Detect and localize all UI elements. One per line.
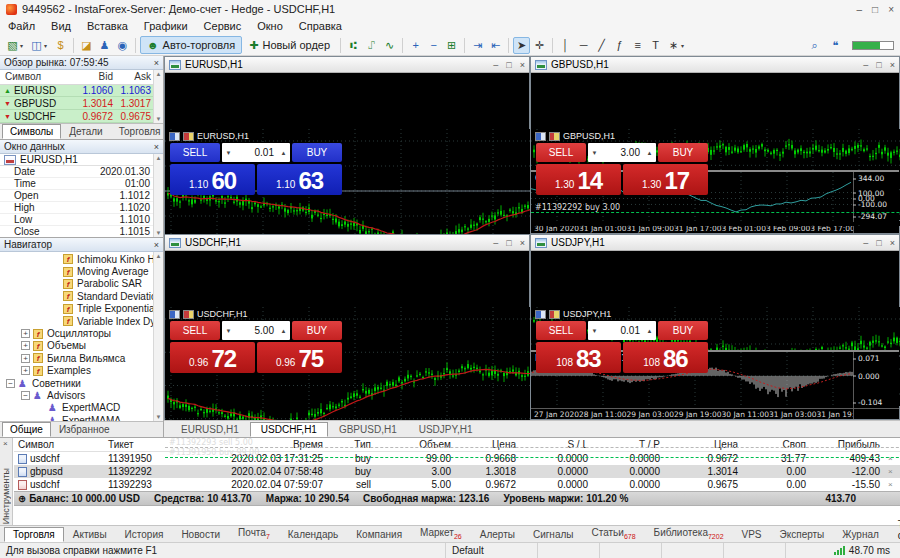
tree-expand-icon[interactable]: + — [21, 366, 30, 375]
zoom-in-icon[interactable]: + — [407, 37, 424, 54]
volume-input[interactable]: ▼5.00▲ — [222, 321, 290, 340]
tree-expand-icon[interactable]: + — [21, 329, 30, 338]
profiles-icon[interactable]: ◫ — [28, 37, 45, 54]
navigator-item[interactable]: +fБилла Вильямса — [0, 352, 163, 364]
tab-common[interactable]: Общие — [2, 422, 51, 437]
tree-expand-icon[interactable]: + — [21, 354, 30, 363]
new-chart-icon[interactable]: ▧ — [4, 37, 21, 54]
menu-insert[interactable]: Вставка — [79, 18, 136, 35]
navigator-item[interactable]: −♟Советники — [0, 377, 163, 389]
chat-icon[interactable]: ❝ — [827, 37, 844, 54]
sell-price[interactable]: 10883 — [536, 342, 621, 373]
volume-down-icon[interactable]: ▼ — [222, 328, 235, 334]
buy-price[interactable]: 0.9675 — [257, 342, 342, 373]
navigator-item[interactable]: −♟Advisors — [0, 389, 163, 401]
bottom-tab-vps[interactable]: VPS — [733, 527, 771, 542]
data-window-scrollbar[interactable]: ▲▼ — [153, 154, 163, 237]
menu-view[interactable]: Вид — [43, 18, 79, 35]
tab-details[interactable]: Детали — [61, 124, 110, 139]
fibonacci-icon[interactable]: ƒ — [611, 37, 628, 54]
bottom-tab-журнал[interactable]: Журнал — [833, 527, 888, 542]
volume-up-icon[interactable]: ▲ — [643, 328, 656, 334]
connection-status[interactable]: 48.70 ms — [834, 545, 900, 556]
menu-window[interactable]: Окно — [249, 18, 291, 35]
close-trade-icon[interactable]: × — [884, 454, 900, 463]
navigator-item[interactable]: fMoving Average — [0, 265, 163, 277]
chart-titlebar[interactable]: EURUSD,H1 – □ × — [165, 57, 529, 73]
chart-window-usdchf[interactable]: USDCHF,H1 – □ × USDCHF,H1 SELL ▼5.00▲ — [164, 234, 530, 420]
maximize-button[interactable]: □ — [872, 4, 878, 15]
chart-maximize-icon[interactable]: □ — [876, 58, 881, 72]
sell-price[interactable]: 1.1060 — [170, 164, 255, 195]
chart-minimize-icon[interactable]: – — [863, 58, 868, 72]
navigator-item[interactable]: ♟ExpertMAMA — [0, 414, 163, 421]
market-watch-row-gbpusd[interactable]: ▼GBPUSD 1.3014 1.3017 — [0, 97, 163, 110]
text-tool-icon[interactable]: T — [647, 37, 664, 54]
autotrade-button[interactable]: ☻ Авто-торговля — [140, 36, 242, 54]
navigator-item[interactable]: +fОбъемы — [0, 340, 163, 352]
autoscroll-icon[interactable]: ⇥ — [469, 37, 486, 54]
chart-maximize-icon[interactable]: □ — [506, 236, 511, 250]
market-watch-close-icon[interactable]: × — [154, 58, 159, 68]
navigator-icon[interactable]: ♟ — [96, 37, 113, 54]
terminal-icon[interactable]: ◉ — [114, 37, 131, 54]
terminal-close-icon[interactable]: × — [3, 439, 8, 448]
volume-down-icon[interactable]: ▼ — [588, 150, 601, 156]
volume-down-icon[interactable]: ▼ — [222, 150, 235, 156]
chart-close-icon[interactable]: × — [890, 236, 895, 250]
chart-maximize-icon[interactable]: □ — [876, 236, 881, 250]
data-window-icon[interactable]: ◪ — [78, 37, 95, 54]
navigator-item[interactable]: fIchimoku Kinko Hyo — [0, 253, 163, 265]
sell-button[interactable]: SELL — [170, 321, 220, 340]
volume-up-icon[interactable]: ▲ — [643, 150, 656, 156]
volume-input[interactable]: ▼0.01▲ — [588, 321, 656, 340]
chart-tab-eurusd-h1[interactable]: EURUSD,H1 — [170, 422, 250, 437]
tree-expand-icon[interactable]: + — [21, 341, 30, 350]
sell-button[interactable]: SELL — [536, 143, 586, 162]
volume-up-icon[interactable]: ▲ — [277, 328, 290, 334]
buy-button[interactable]: BUY — [658, 321, 708, 340]
chart-window-eurusd[interactable]: EURUSD,H1 – □ × EURUSD,H1 SELL ▼0.01▲ — [164, 56, 530, 234]
tree-expand-icon[interactable]: − — [21, 391, 30, 400]
vertical-line-icon[interactable]: │ — [557, 37, 574, 54]
buy-button[interactable]: BUY — [658, 143, 708, 162]
chart-close-icon[interactable]: × — [520, 236, 525, 250]
bottom-tab-почта[interactable]: Почта7 — [229, 525, 279, 542]
chart-window-usdjpy[interactable]: USDJPY,H1 – □ × USDJPY,H1 SELL ▼0.01▲ — [530, 234, 900, 420]
tree-expand-icon[interactable]: − — [6, 379, 15, 388]
sell-price[interactable]: 1.3014 — [536, 164, 621, 195]
market-watch-row-usdchf[interactable]: ▼USDCHF 0.9672 0.9675 — [0, 110, 163, 123]
bar-chart-icon[interactable]: ⑀ — [363, 37, 380, 54]
bottom-tab-эксперты[interactable]: Эксперты — [771, 527, 834, 542]
close-button[interactable]: × — [888, 4, 894, 15]
menu-file[interactable]: Файл — [0, 18, 43, 35]
bottom-tab-календарь[interactable]: Календарь — [279, 527, 347, 542]
cursor-icon[interactable]: ➤ — [513, 37, 530, 54]
bottom-tab-история[interactable]: История — [116, 527, 173, 542]
navigator-item[interactable]: +fExamples — [0, 365, 163, 377]
navigator-item[interactable]: fVariable Index Dynamic A — [0, 315, 163, 327]
channel-icon[interactable]: ≡ — [629, 37, 646, 54]
market-watch-row-eurusd[interactable]: ▲EURUSD 1.1060 1.1063 — [0, 85, 163, 98]
navigator-item[interactable]: ♟ExpertMACD — [0, 402, 163, 414]
bottom-tab-маркет[interactable]: Маркет26 — [411, 525, 471, 542]
chart-maximize-icon[interactable]: □ — [506, 58, 511, 72]
crosshair-icon[interactable]: ✛ — [531, 37, 548, 54]
volume-input[interactable]: ▼0.01▲ — [222, 143, 290, 162]
navigator-item[interactable]: +fОсцилляторы — [0, 327, 163, 339]
chart-close-icon[interactable]: × — [520, 58, 525, 72]
chart-titlebar[interactable]: USDCHF,H1 – □ × — [165, 235, 529, 251]
zoom-out-icon[interactable]: − — [425, 37, 442, 54]
chart-window-gbpusd[interactable]: GBPUSD,H1 – □ × GBPUSD,H1 SELL ▼3.00▲ — [530, 56, 900, 234]
new-chart-dropdown-icon[interactable]: ▾ — [20, 42, 27, 49]
minimize-button[interactable]: – — [857, 4, 863, 15]
menu-help[interactable]: Справка — [291, 18, 350, 35]
shapes-icon[interactable]: ∗ — [665, 37, 682, 54]
profiles-dropdown-icon[interactable]: ▾ — [44, 42, 51, 49]
close-trade-icon[interactable]: × — [884, 467, 900, 476]
bottom-tab-библиотека[interactable]: Библиотека7202 — [645, 525, 733, 542]
expand-icon[interactable]: ⊕ — [18, 493, 26, 504]
new-order-button[interactable]: ✚ Новый ордер — [243, 36, 336, 54]
menu-tools[interactable]: Сервис — [196, 18, 250, 35]
sell-price[interactable]: 0.9672 — [170, 342, 255, 373]
